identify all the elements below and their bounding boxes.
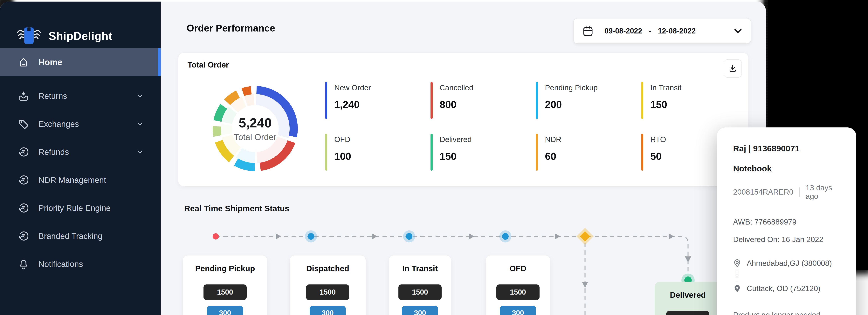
stage-label: OFD: [509, 264, 527, 273]
brand-name: ShipDelight: [49, 29, 112, 42]
svg-text:₹: ₹: [22, 233, 25, 239]
donut-segment: [246, 99, 254, 101]
pin-filled-icon: [733, 284, 741, 293]
stat-label: Pending Pickup: [545, 83, 598, 92]
chevron-down-icon: [734, 28, 742, 34]
stage-secondary-count: 300: [207, 306, 243, 315]
rupee-cycle-icon: ₹: [18, 146, 29, 158]
date-range-picker[interactable]: 09-08-2022 - 12-08-2022: [574, 18, 751, 44]
stat-in-transit: In Transit150: [641, 82, 746, 122]
winged-box-icon: [16, 25, 41, 47]
stat-value: 100: [334, 150, 351, 162]
sidebar-item-label: Branded Tracking: [38, 232, 102, 241]
destination-row: Cuttack, OD (752120): [733, 284, 845, 293]
chevron-down-icon[interactable]: [136, 148, 144, 156]
stat-color-bar: [641, 134, 643, 171]
order-id: 2008154RARER0: [733, 188, 794, 196]
rupee-cycle-icon: ₹: [18, 174, 29, 186]
stat-label: OFD: [334, 135, 351, 144]
chevron-down-icon[interactable]: [136, 92, 144, 100]
donut-segment: [226, 125, 227, 134]
sidebar-item-notifications[interactable]: Notifications: [0, 250, 161, 278]
stage-card-delivered: Delivered1500300: [655, 282, 721, 315]
shipment-detail-card: Raj | 9136890071 Notebook 2008154RARER0 …: [717, 127, 856, 315]
divider: [799, 188, 800, 197]
svg-text:₹: ₹: [22, 177, 25, 183]
sidebar-item-priority-rule-engine[interactable]: ₹Priority Rule Engine: [0, 194, 161, 222]
product-name: Notebook: [733, 164, 845, 173]
total-order-donut-chart: 5,240 Total Order: [211, 84, 300, 173]
date-range-start: 09-08-2022: [604, 27, 642, 35]
realtime-status-title: Real Time Shipment Status: [184, 204, 289, 213]
pin-outline-icon: [733, 259, 741, 267]
stat-new-order: New Order1,240: [325, 82, 431, 122]
stage-label: Pending Pickup: [195, 264, 255, 273]
stage-card-ofd: OFD1500300: [486, 255, 551, 315]
stat-color-bar: [536, 134, 538, 171]
total-order-card-title: Total Order: [188, 60, 229, 69]
sidebar-item-label: Exchanges: [38, 119, 79, 129]
stage-primary-count: 1500: [398, 284, 441, 300]
delivered-on: Delivered On: 16 Jan 2022: [733, 235, 845, 244]
route-connector: [737, 270, 737, 281]
stat-value: 800: [440, 98, 473, 110]
stat-color-bar: [325, 82, 327, 119]
sidebar-item-label: Priority Rule Engine: [38, 203, 111, 213]
svg-text:₹: ₹: [22, 149, 25, 155]
donut-segment: [239, 153, 255, 158]
donut-segment: [227, 110, 232, 123]
tag-icon: [18, 118, 29, 130]
stat-pending-pickup: Pending Pickup200: [536, 82, 641, 122]
stage-card-dispatched: Dispatched1500300: [289, 255, 366, 315]
chevron-down-icon[interactable]: [136, 120, 144, 128]
order-stats-legend: New Order1,240Cancelled800Pending Pickup…: [325, 82, 746, 174]
sidebar-item-label: Returns: [38, 91, 67, 101]
rupee-cycle-icon: ₹: [18, 231, 29, 242]
home-icon: [18, 57, 29, 68]
stat-color-bar: [431, 134, 433, 171]
stat-value: 60: [545, 150, 561, 162]
stage-card-in-transit: In Transit1500300: [389, 255, 451, 315]
donut-segment: [227, 136, 237, 151]
stat-value: 150: [440, 150, 472, 162]
stage-secondary-count: 300: [402, 306, 438, 315]
stage-secondary-count: 300: [500, 306, 536, 315]
donut-segment: [234, 102, 244, 109]
stat-color-bar: [641, 82, 643, 119]
rupee-cycle-icon: ₹: [18, 203, 29, 214]
stage-label: In Transit: [402, 264, 438, 273]
dashboard-panel: ShipDelight HomeReturnsExchanges₹Refunds…: [0, 2, 766, 315]
sidebar-item-label: NDR Management: [38, 175, 106, 185]
stat-label: In Transit: [650, 83, 681, 92]
origin-location: Ahmedabad,GJ (380008): [747, 259, 832, 267]
page-title: Order Performance: [187, 23, 275, 34]
stat-value: 200: [545, 98, 598, 110]
stage-card-pending-pickup: Pending Pickup1500300: [183, 255, 268, 315]
sidebar-item-label: Refunds: [38, 147, 69, 157]
sidebar-item-refunds[interactable]: ₹Refunds: [0, 138, 161, 166]
stat-delivered: Delivered150: [431, 134, 536, 174]
sidebar-item-exchanges[interactable]: Exchanges: [0, 110, 161, 138]
stat-value: 150: [650, 98, 681, 110]
stage-label: Delivered: [670, 290, 706, 299]
sidebar-item-home[interactable]: Home: [0, 48, 161, 76]
stat-ofd: OFD100: [325, 134, 431, 174]
sidebar-item-ndr-management[interactable]: ₹NDR Management: [0, 166, 161, 194]
date-range-separator: -: [649, 27, 651, 35]
stat-ndr: NDR60: [536, 134, 641, 174]
donut-segment: [217, 126, 217, 136]
sidebar-item-branded-tracking[interactable]: ₹Branded Tracking: [0, 222, 161, 250]
shipdelight-dashboard: ShipDelight HomeReturnsExchanges₹Refunds…: [0, 0, 868, 315]
bell-icon: [18, 259, 29, 270]
stage-secondary-count: 300: [310, 306, 346, 315]
stat-color-bar: [325, 134, 327, 171]
download-report-button[interactable]: [723, 59, 742, 78]
stage-primary-count: 1500: [496, 284, 539, 300]
sidebar-item-label: Home: [38, 57, 62, 67]
stat-label: Cancelled: [440, 83, 473, 92]
stage-primary-count: 1500: [666, 311, 709, 315]
stat-label: New Order: [334, 83, 371, 92]
stat-color-bar: [431, 82, 433, 119]
sidebar-item-returns[interactable]: Returns: [0, 82, 161, 110]
stat-value: 50: [650, 150, 666, 162]
